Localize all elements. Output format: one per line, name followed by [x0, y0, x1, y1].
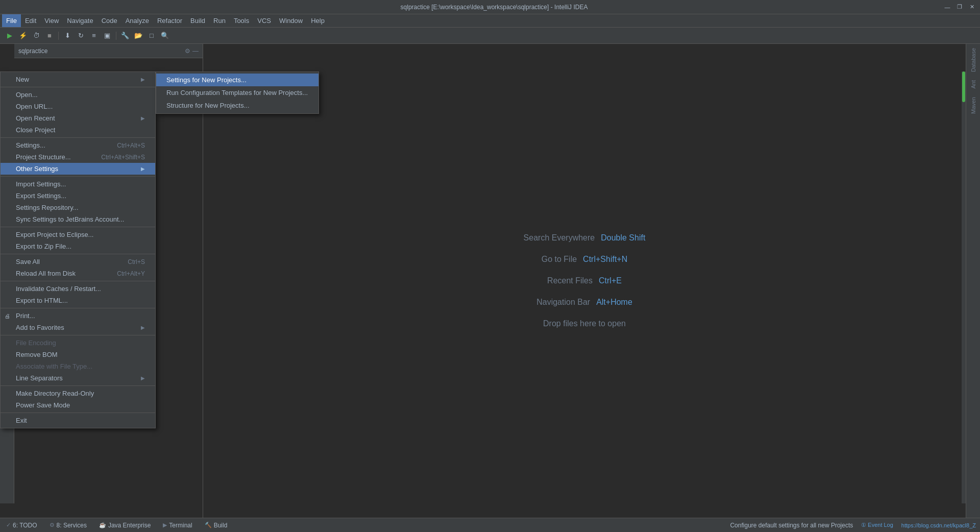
- menu-code[interactable]: Code: [97, 14, 121, 27]
- status-url[interactable]: https://blog.csdn.net/kpacl8_Z: [901, 522, 976, 528]
- hint-navigation-bar: Navigation Bar Alt+Home: [536, 298, 632, 307]
- search-toolbar-button[interactable]: 🔍: [159, 30, 170, 41]
- toolbar-btn-5[interactable]: 📂: [133, 30, 144, 41]
- toolbar-btn-4[interactable]: ▣: [102, 30, 113, 41]
- file-menu-section-2: Open... Open URL... Open Recent ▶ Close …: [1, 87, 155, 138]
- file-menu-add-to-favorites[interactable]: Add to Favorites ▶: [1, 322, 155, 333]
- event-log-button[interactable]: ① Event Log: [861, 522, 893, 528]
- hint-recent-files: Recent Files Ctrl+E: [547, 276, 622, 285]
- menu-view[interactable]: View: [40, 14, 63, 27]
- menu-help[interactable]: Help: [307, 14, 329, 27]
- file-menu-settings[interactable]: Settings... Ctrl+Alt+S: [1, 139, 155, 151]
- file-menu-settings-repo[interactable]: Settings Repository...: [1, 202, 155, 213]
- menu-tools[interactable]: Tools: [230, 14, 253, 27]
- profile-button[interactable]: ⏱: [31, 30, 42, 41]
- project-panel-header: sqlpractice ⚙ —: [14, 44, 203, 58]
- menu-edit[interactable]: Edit: [21, 14, 40, 27]
- file-menu-section-1: New ▶: [1, 72, 155, 87]
- menu-analyze[interactable]: Analyze: [121, 14, 153, 27]
- menu-vcs[interactable]: VCS: [253, 14, 275, 27]
- submenu-structure-new-projects[interactable]: Structure for New Projects...: [156, 99, 318, 112]
- bottom-tab-java-enterprise[interactable]: ☕ Java Enterprise: [97, 522, 153, 529]
- hint-drop-files: Drop files here to open: [543, 319, 626, 328]
- file-menu-make-directory-readonly[interactable]: Make Directory Read-Only: [1, 388, 155, 399]
- toolbar-btn-3[interactable]: ≡: [88, 30, 100, 41]
- configure-text: Configure default settings for all new P…: [730, 522, 853, 529]
- window-controls: — ❐ ✕: [943, 3, 976, 11]
- file-menu-export-settings[interactable]: Export Settings...: [1, 190, 155, 202]
- panel-settings-button[interactable]: ⚙: [185, 47, 190, 55]
- bottom-tab-services[interactable]: ⚙ 8: Services: [47, 522, 89, 529]
- sidebar-tab-database[interactable]: Database: [968, 44, 978, 76]
- bottom-tab-build[interactable]: 🔨 Build: [203, 522, 230, 529]
- file-menu-line-separators[interactable]: Line Separators ▶: [1, 372, 155, 384]
- project-panel-title: sqlpractice: [18, 47, 47, 55]
- file-menu-section-5: Export Project to Eclipse... Export to Z…: [1, 227, 155, 254]
- terminal-icon: ▶: [163, 522, 167, 528]
- file-menu-import-settings[interactable]: Import Settings...: [1, 178, 155, 190]
- file-menu-sync-settings[interactable]: Sync Settings to JetBrains Account...: [1, 213, 155, 225]
- other-settings-dropdown: Settings for New Projects... Run Configu…: [156, 71, 319, 114]
- scroll-area[interactable]: [962, 71, 966, 503]
- file-menu-remove-bom[interactable]: Remove BOM: [1, 349, 155, 360]
- file-menu-section-6: Save All Ctrl+S Reload All from Disk Ctr…: [1, 254, 155, 281]
- file-menu-file-encoding: File Encoding: [1, 337, 155, 349]
- toolbar-btn-2[interactable]: ↻: [75, 30, 86, 41]
- submenu-settings-new-projects[interactable]: Settings for New Projects...: [156, 74, 318, 86]
- build-icon: 🔨: [205, 522, 212, 528]
- settings-toolbar-button[interactable]: 🔧: [119, 30, 131, 41]
- bottom-tab-todo[interactable]: ✓ 6: TODO: [4, 522, 39, 529]
- file-menu-section-4: Import Settings... Export Settings... Se…: [1, 177, 155, 227]
- file-menu-export-zip[interactable]: Export to Zip File...: [1, 240, 155, 252]
- sidebar-tab-ant[interactable]: Ant: [968, 76, 978, 93]
- menu-build[interactable]: Build: [186, 14, 209, 27]
- file-menu-open[interactable]: Open...: [1, 89, 155, 101]
- toolbar: ▶ ⚡ ⏱ ■ ⬇ ↻ ≡ ▣ 🔧 📂 □ 🔍: [0, 28, 980, 44]
- menu-navigate[interactable]: Navigate: [63, 14, 97, 27]
- minimize-button[interactable]: —: [943, 3, 951, 11]
- file-menu-close-project[interactable]: Close Project: [1, 124, 155, 136]
- run-button[interactable]: ▶: [4, 30, 15, 41]
- close-button[interactable]: ✕: [968, 3, 976, 11]
- debug-button[interactable]: ⚡: [17, 30, 29, 41]
- hint-search-everywhere: Search Everywhere Double Shift: [524, 233, 646, 243]
- file-menu-invalidate-caches[interactable]: Invalidate Caches / Restart...: [1, 283, 155, 295]
- file-menu-open-url[interactable]: Open URL...: [1, 101, 155, 112]
- file-menu-export-eclipse[interactable]: Export Project to Eclipse...: [1, 229, 155, 240]
- file-menu-section-8: 🖨 Print... Add to Favorites ▶: [1, 308, 155, 335]
- menu-window[interactable]: Window: [275, 14, 307, 27]
- file-menu-section-10: Make Directory Read-Only Power Save Mode: [1, 386, 155, 413]
- toolbar-btn-1[interactable]: ⬇: [62, 30, 73, 41]
- toolbar-btn-6[interactable]: □: [146, 30, 157, 41]
- file-menu-other-settings[interactable]: Other Settings ▶: [1, 163, 155, 175]
- title-text: sqlpractice [E:\workspace\Idea_workspace…: [45, 4, 943, 11]
- toolbar-separator-2: [116, 32, 116, 40]
- menu-file[interactable]: File: [2, 14, 21, 27]
- menu-run[interactable]: Run: [209, 14, 230, 27]
- sidebar-tab-maven[interactable]: Maven: [968, 93, 978, 118]
- file-menu-section-3: Settings... Ctrl+Alt+S Project Structure…: [1, 138, 155, 177]
- title-bar: sqlpractice [E:\workspace\Idea_workspace…: [0, 0, 980, 14]
- file-menu-save-all[interactable]: Save All Ctrl+S: [1, 256, 155, 268]
- bottom-tab-terminal[interactable]: ▶ Terminal: [161, 522, 194, 529]
- file-menu-dropdown: New ▶ Open... Open URL... Open Recent ▶ …: [0, 71, 156, 428]
- stop-button[interactable]: ■: [44, 30, 55, 41]
- file-menu-new[interactable]: New ▶: [1, 74, 155, 85]
- file-menu-print[interactable]: 🖨 Print...: [1, 310, 155, 322]
- file-menu-section-9: File Encoding Remove BOM Associate with …: [1, 335, 155, 386]
- menu-refactor[interactable]: Refactor: [153, 14, 186, 27]
- file-menu-reload-all[interactable]: Reload All from Disk Ctrl+Alt+Y: [1, 268, 155, 279]
- file-menu-section-11: Exit: [1, 413, 155, 428]
- hint-goto-file: Go to File Ctrl+Shift+N: [542, 255, 628, 264]
- file-menu-open-recent[interactable]: Open Recent ▶: [1, 112, 155, 124]
- file-menu-project-structure[interactable]: Project Structure... Ctrl+Alt+Shift+S: [1, 151, 155, 163]
- file-menu-section-7: Invalidate Caches / Restart... Export to…: [1, 281, 155, 308]
- submenu-run-config-templates[interactable]: Run Configuration Templates for New Proj…: [156, 86, 318, 99]
- services-icon: ⚙: [50, 522, 55, 528]
- panel-minimize-button[interactable]: —: [192, 47, 199, 55]
- file-menu-exit[interactable]: Exit: [1, 415, 155, 426]
- file-menu-export-html[interactable]: Export to HTML...: [1, 295, 155, 306]
- todo-icon: ✓: [6, 522, 11, 528]
- maximize-button[interactable]: ❐: [955, 3, 964, 11]
- file-menu-power-save-mode[interactable]: Power Save Mode: [1, 399, 155, 411]
